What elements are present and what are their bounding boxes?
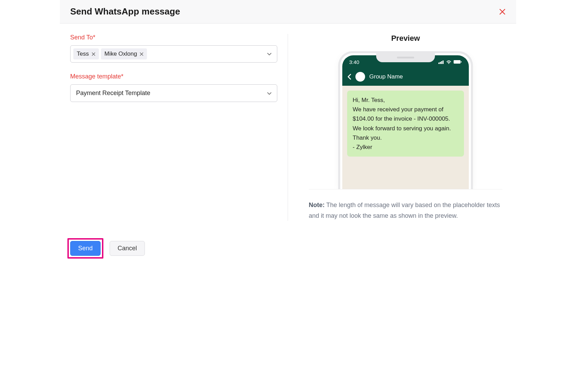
- recipient-chip-label: Mike Oxlong: [104, 50, 137, 57]
- note-label: Note:: [309, 202, 325, 208]
- battery-icon: [454, 60, 462, 64]
- back-icon: [347, 74, 351, 80]
- recipient-chip: Tess: [73, 48, 99, 59]
- send-button[interactable]: Send: [70, 241, 101, 256]
- preview-panel: Preview 3:40: [288, 34, 506, 221]
- remove-recipient-icon[interactable]: [140, 52, 143, 56]
- template-select[interactable]: Payment Receipt Template: [70, 84, 277, 102]
- svg-rect-0: [438, 63, 439, 64]
- template-value: Payment Receipt Template: [76, 90, 150, 96]
- note-text: The length of message will vary based on…: [309, 202, 500, 219]
- phone-screen: 3:40: [342, 55, 469, 189]
- svg-rect-1: [440, 62, 441, 64]
- recipient-chip: Mike Oxlong: [101, 48, 147, 59]
- preview-title: Preview: [309, 34, 502, 43]
- send-whatsapp-modal: Send WhatsApp message Send To* Tess: [60, 0, 516, 269]
- modal-header: Send WhatsApp message: [60, 0, 516, 24]
- remove-recipient-icon[interactable]: [92, 52, 95, 56]
- signal-icon: [438, 60, 444, 64]
- svg-rect-2: [441, 61, 442, 64]
- preview-note: Note: The length of message will vary ba…: [309, 200, 502, 221]
- svg-rect-5: [454, 60, 461, 64]
- send-to-label: Send To*: [70, 34, 277, 41]
- chevron-down-icon: [267, 91, 272, 96]
- wifi-icon: [446, 60, 452, 64]
- group-name: Group Name: [369, 73, 403, 80]
- modal-title: Send WhatsApp message: [70, 6, 180, 17]
- modal-body: Send To* Tess Mike Oxlong: [60, 24, 516, 231]
- template-label: Message template*: [70, 73, 277, 80]
- message-bubble: Hi, Mr. Tess, We have received your paym…: [347, 91, 464, 157]
- group-avatar: [355, 72, 365, 82]
- cancel-button[interactable]: Cancel: [110, 241, 145, 256]
- svg-point-4: [448, 63, 449, 64]
- phone-status-icons: [438, 60, 462, 64]
- whatsapp-header: Group Name: [342, 68, 469, 86]
- send-button-highlight: Send: [67, 238, 103, 259]
- close-icon: [499, 8, 506, 15]
- chat-area: Hi, Mr. Tess, We have received your paym…: [342, 86, 469, 161]
- svg-rect-6: [461, 61, 462, 63]
- phone-preview-container: 3:40: [309, 51, 502, 189]
- close-button[interactable]: [499, 8, 506, 15]
- chevron-down-icon: [267, 51, 272, 57]
- template-field: Message template* Payment Receipt Templa…: [70, 73, 277, 102]
- send-to-field: Send To* Tess Mike Oxlong: [70, 34, 277, 63]
- svg-rect-3: [443, 60, 444, 64]
- form-panel: Send To* Tess Mike Oxlong: [70, 34, 288, 221]
- phone-time: 3:40: [349, 59, 359, 65]
- phone-notch: [376, 53, 435, 62]
- send-to-input[interactable]: Tess Mike Oxlong: [70, 45, 277, 63]
- recipient-chip-label: Tess: [77, 50, 89, 57]
- phone-frame: 3:40: [338, 51, 473, 189]
- modal-footer: Send Cancel: [60, 231, 516, 269]
